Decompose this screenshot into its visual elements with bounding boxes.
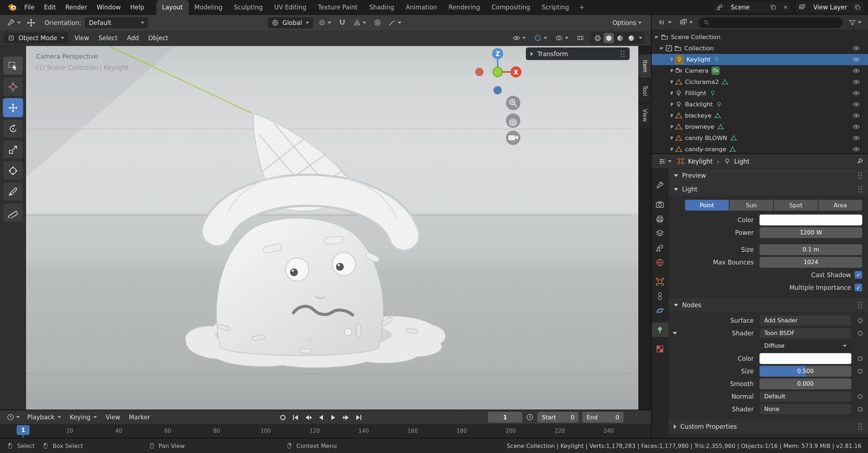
- outliner-item-label[interactable]: Collection: [684, 45, 714, 52]
- disclosure-icon[interactable]: [671, 114, 673, 118]
- outliner-item-label[interactable]: Camera: [685, 67, 709, 74]
- shader-component-dropdown[interactable]: Diffuse: [760, 340, 851, 351]
- shading-material-button[interactable]: [615, 33, 625, 43]
- smooth-field[interactable]: 0.000: [760, 378, 851, 389]
- outliner-item-label[interactable]: Ciclorama2: [685, 79, 719, 85]
- surface-field[interactable]: Add Shader: [760, 315, 851, 326]
- proportional-editing-button[interactable]: [371, 17, 383, 28]
- view-layer-selector[interactable]: View Layer: [796, 2, 864, 13]
- properties-tab-constraints[interactable]: [652, 289, 668, 303]
- properties-tab-render[interactable]: [652, 197, 668, 212]
- properties-tab-physics[interactable]: [652, 303, 668, 318]
- copy-scene-button[interactable]: [767, 2, 780, 13]
- next-keyframe-button[interactable]: [342, 413, 350, 422]
- shading-wireframe-button[interactable]: [592, 33, 603, 43]
- disclosure-icon[interactable]: [671, 103, 673, 106]
- workspace-tab-shading[interactable]: Shading: [363, 0, 400, 15]
- workspace-tab-modeling[interactable]: Modeling: [189, 0, 228, 15]
- node-socket-icon[interactable]: [858, 318, 863, 323]
- outliner-row-candy-blown[interactable]: candy BLOWN: [652, 132, 868, 144]
- menu-window[interactable]: Window: [92, 0, 125, 15]
- outliner-row-browneye[interactable]: browneye: [652, 121, 868, 132]
- tool-cursor-3d-button[interactable]: [3, 77, 23, 96]
- workspace-tab-compositing[interactable]: Compositing: [486, 0, 536, 15]
- orientation-dropdown[interactable]: Default: [85, 17, 148, 28]
- panel-preview-header[interactable]: Preview: [668, 169, 868, 182]
- outliner-row-collection[interactable]: ✓Collection: [652, 43, 868, 54]
- hide-in-viewport-eye-icon[interactable]: [852, 134, 860, 142]
- view-layer-selector-value[interactable]: View Layer: [809, 4, 851, 11]
- outliner-search-input[interactable]: [699, 17, 843, 28]
- workspace-tab-uv-editing[interactable]: UV Editing: [268, 0, 312, 15]
- node-socket-icon[interactable]: [858, 407, 863, 411]
- properties-tab-data[interactable]: [652, 322, 668, 337]
- ice-cream-character-model[interactable]: [185, 114, 446, 368]
- disclosure-icon[interactable]: [671, 92, 673, 95]
- tool-annotate-button[interactable]: [3, 182, 23, 201]
- timeline-menu-view[interactable]: View: [101, 414, 124, 421]
- node-socket-icon[interactable]: [858, 394, 863, 399]
- shading-solid-button[interactable]: [604, 33, 614, 43]
- hide-in-viewport-eye-icon[interactable]: [852, 123, 860, 131]
- timeline-menu-marker[interactable]: Marker: [124, 414, 154, 421]
- disclosure-icon[interactable]: [671, 80, 673, 84]
- properties-tab-tool[interactable]: [652, 178, 668, 192]
- disclosure-icon[interactable]: [671, 58, 673, 62]
- zoom-button[interactable]: [506, 96, 520, 110]
- cast-shadow-checkbox[interactable]: ✓: [855, 271, 862, 279]
- jump-end-button[interactable]: [354, 413, 363, 422]
- sidebar-tab-tool[interactable]: Tool: [639, 79, 651, 102]
- axis-y[interactable]: [493, 67, 502, 77]
- shader-field[interactable]: Toon BSDF: [760, 328, 851, 339]
- sidebar-tab-item[interactable]: Item: [639, 55, 651, 78]
- hide-in-viewport-eye-icon[interactable]: [852, 145, 860, 153]
- play-button[interactable]: [329, 413, 338, 422]
- outliner-item-label[interactable]: Scene Collection: [671, 34, 720, 41]
- disclosure-icon[interactable]: [671, 69, 673, 73]
- menu-edit[interactable]: Edit: [39, 0, 60, 15]
- axis-neg-z[interactable]: [494, 86, 502, 94]
- outliner-item-label[interactable]: Filllight: [685, 90, 706, 97]
- viewport-menu-view[interactable]: View: [70, 34, 94, 42]
- tool-move-button[interactable]: [3, 98, 23, 117]
- properties-tab-object[interactable]: [652, 274, 668, 289]
- scene-selector[interactable]: Scene: [713, 2, 791, 13]
- light-color-swatch[interactable]: [760, 215, 862, 225]
- menu-render[interactable]: Render: [60, 0, 92, 15]
- sidebar-tab-view[interactable]: View: [639, 104, 651, 127]
- pivot-point-button[interactable]: [316, 17, 333, 28]
- normal-field[interactable]: Default: [760, 391, 851, 402]
- node-socket-icon[interactable]: [858, 369, 863, 373]
- object-visibility-button[interactable]: [510, 33, 528, 43]
- node-size-slider[interactable]: 0.500: [760, 366, 851, 377]
- collection-checkbox[interactable]: ✓: [666, 45, 672, 51]
- timeline-ruler[interactable]: 1 20406080100120140160180200220240: [0, 424, 652, 438]
- current-frame-field[interactable]: 1: [488, 412, 522, 423]
- options-dropdown[interactable]: Options: [610, 17, 644, 28]
- properties-tab-texture[interactable]: [652, 342, 668, 356]
- properties-tab-output[interactable]: [652, 212, 668, 226]
- timeline-menu-playback[interactable]: Playback: [23, 414, 65, 421]
- disclosure-icon[interactable]: [655, 36, 659, 38]
- close-scene-button[interactable]: [780, 2, 791, 13]
- timeline-menu-keying[interactable]: Keying: [65, 414, 101, 421]
- light-type-point-button[interactable]: Point: [685, 200, 729, 211]
- axis-neg-x[interactable]: [475, 68, 484, 76]
- navigation-gizmo[interactable]: X Z: [475, 48, 522, 94]
- transform-orientation-dropdown[interactable]: Global: [268, 17, 313, 28]
- outliner-item-label[interactable]: candy BLOWN: [685, 135, 727, 141]
- workspace-tab-scripting[interactable]: Scripting: [536, 0, 575, 15]
- outliner-item-label[interactable]: Backlight: [685, 101, 713, 108]
- prev-keyframe-button[interactable]: [304, 413, 312, 422]
- end-frame-field[interactable]: End 0: [582, 412, 624, 423]
- scene-selector-value[interactable]: Scene: [727, 4, 767, 11]
- copy-view-layer-button[interactable]: [851, 2, 864, 13]
- shader2-field[interactable]: None: [760, 404, 851, 415]
- overlays-toggle-button[interactable]: [553, 33, 571, 43]
- record-button[interactable]: [278, 413, 287, 422]
- outliner-row-filllight[interactable]: Filllight: [652, 88, 868, 99]
- outliner-row-ciclorama2[interactable]: Ciclorama2: [652, 76, 868, 88]
- outliner-item-label[interactable]: Keylight: [686, 56, 710, 63]
- disclosure-icon[interactable]: [671, 148, 673, 151]
- node-color-swatch[interactable]: [760, 353, 851, 364]
